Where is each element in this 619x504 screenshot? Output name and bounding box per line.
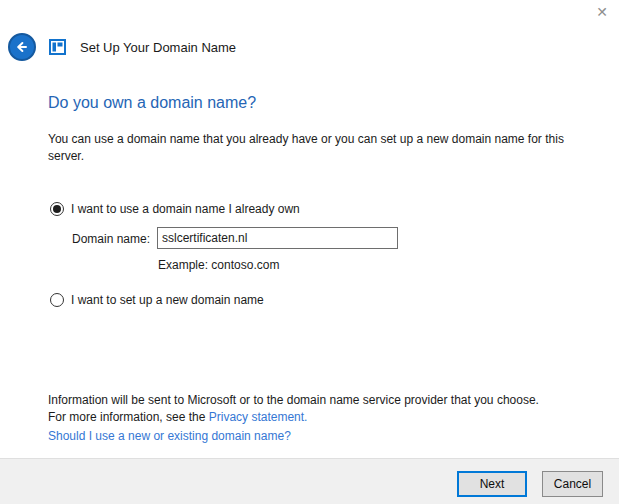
intro-text: You can use a domain name that you alrea… [48, 131, 576, 165]
radio-icon-existing-domain[interactable] [50, 202, 64, 216]
radio-option-existing-domain[interactable]: I want to use a domain name I already ow… [48, 202, 300, 216]
privacy-info-line2-suffix: . [304, 410, 307, 424]
back-button[interactable] [8, 33, 36, 61]
privacy-info-text: Information will be sent to Microsoft or… [48, 392, 588, 426]
privacy-statement-link[interactable]: Privacy statement [209, 410, 304, 424]
footer-bar: Next Cancel [0, 458, 619, 504]
page-heading: Do you own a domain name? [48, 94, 256, 112]
wizard-title: Set Up Your Domain Name [80, 40, 236, 55]
domain-name-label: Domain name: [72, 232, 150, 246]
privacy-info-line2-prefix: For more information, see the [48, 410, 209, 424]
domain-help-link[interactable]: Should I use a new or existing domain na… [48, 429, 291, 443]
privacy-info-line1: Information will be sent to Microsoft or… [48, 392, 588, 409]
radio-option-new-domain[interactable]: I want to set up a new domain name [48, 293, 264, 307]
radio-label-existing-domain: I want to use a domain name I already ow… [71, 202, 300, 216]
radio-label-new-domain: I want to set up a new domain name [71, 293, 264, 307]
back-arrow-icon [14, 39, 30, 55]
privacy-info-line2: For more information, see the Privacy st… [48, 409, 588, 426]
wizard-header: Set Up Your Domain Name [8, 32, 236, 62]
domain-name-input[interactable] [157, 227, 398, 249]
domain-setup-wizard-window: ✕ Set Up Your Domain Name Do you own a d… [0, 0, 619, 504]
radio-icon-new-domain[interactable] [50, 293, 64, 307]
next-button[interactable]: Next [457, 471, 527, 497]
cancel-button[interactable]: Cancel [542, 471, 603, 497]
domain-wizard-icon [49, 39, 66, 55]
domain-example-text: Example: contoso.com [158, 258, 279, 272]
close-icon[interactable]: ✕ [593, 3, 611, 21]
